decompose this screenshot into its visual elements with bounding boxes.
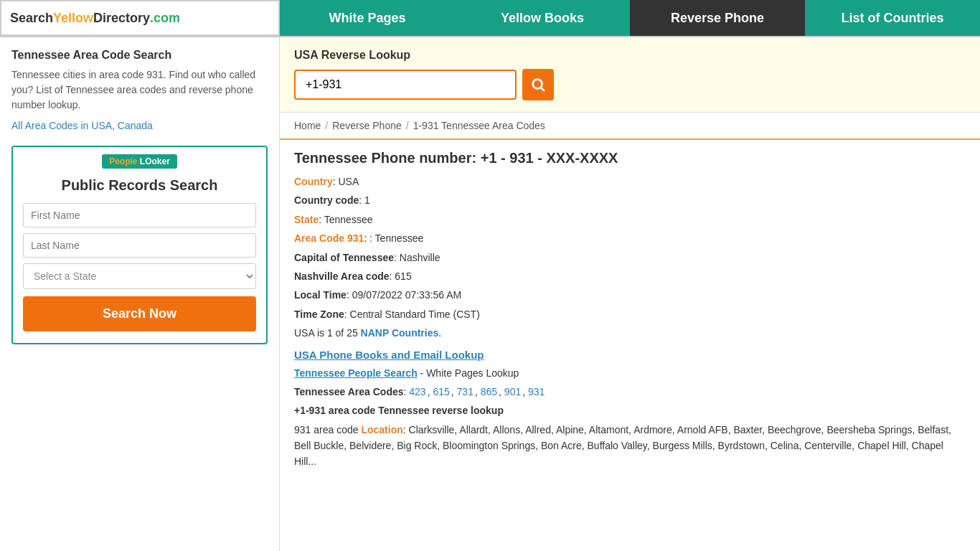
- area-code-row: Area Code 931: : Tennessee: [294, 230, 966, 246]
- people-looker-widget: People LOoker Public Records Search Sele…: [11, 146, 268, 344]
- breadcrumb-home[interactable]: Home: [294, 120, 321, 131]
- phone-number: : +1 - 931 - XXX-XXXX: [471, 150, 618, 166]
- nanp-text: USA is 1 of 25: [294, 327, 361, 339]
- country-code-value: : 1: [359, 194, 370, 206]
- nanp-countries-link[interactable]: NANP Countries: [361, 327, 439, 339]
- capital-value: : Nashville: [394, 252, 440, 263]
- nashville-ac-row: Nashville Area code: 615: [294, 268, 966, 284]
- local-time-label: Local Time: [294, 289, 347, 301]
- last-name-input[interactable]: [23, 233, 256, 258]
- reverse-lookup-box: USA Reverse Lookup: [280, 37, 980, 113]
- area-code-link-731[interactable]: 731: [457, 386, 473, 397]
- country-value: : USA: [333, 176, 359, 187]
- country-code-label: Country code: [294, 194, 359, 206]
- area-code-label: Area Code 931: [294, 232, 364, 244]
- main-layout: Tennessee Area Code Search Tennessee cit…: [0, 37, 980, 551]
- sidebar-description: Tennessee cities in area code 931. Find …: [11, 67, 268, 113]
- area-codes-label: Tennessee Area Codes: [294, 386, 404, 397]
- pl-badge: People LOoker: [102, 154, 177, 169]
- svg-line-1: [541, 88, 544, 90]
- capital-label: Capital of Tennessee: [294, 252, 394, 263]
- tennessee-search-row: Tennessee People Search - White Pages Lo…: [294, 365, 966, 381]
- state-select[interactable]: Select a StateAlabamaAlaskaArizonaArkans…: [23, 263, 256, 289]
- sidebar: Tennessee Area Code Search Tennessee cit…: [0, 37, 280, 551]
- location-label: Location: [361, 424, 402, 435]
- state-label: State: [294, 214, 319, 225]
- area-code-value: : Tennessee: [369, 232, 423, 244]
- info-content: Tennessee Phone number: +1 - 931 - XXX-X…: [280, 140, 980, 483]
- country-code-row: Country code: 1: [294, 192, 966, 208]
- logo-directory: Directory: [93, 11, 150, 26]
- nav-white-pages[interactable]: White Pages: [280, 0, 455, 36]
- area-code-colon: :: [364, 232, 369, 244]
- area-code-link-423[interactable]: 423: [409, 386, 425, 397]
- nanp-dot: .: [438, 327, 441, 339]
- phone-title-label: Tennessee Phone number: [294, 150, 471, 166]
- country-label: Country: [294, 176, 333, 187]
- logo-com: .com: [150, 11, 180, 26]
- nanp-row: USA is 1 of 25 NANP Countries.: [294, 325, 966, 341]
- breadcrumb-sep-1: /: [325, 120, 328, 131]
- timezone-value: : Central Standard Time (CST): [344, 309, 480, 320]
- local-time-value: : 09/07/2022 07:33:56 AM: [347, 289, 461, 301]
- reverse-lookup-label: +1-931 area code Tennessee reverse looku…: [294, 405, 504, 416]
- phone-title: Tennessee Phone number: +1 - 931 - XXX-X…: [294, 150, 966, 166]
- pl-badge-looker: LOoker: [140, 156, 170, 166]
- first-name-input[interactable]: [23, 203, 256, 227]
- site-logo[interactable]: SearchYellowDirectory.com: [0, 0, 280, 36]
- nashville-ac-label: Nashville Area code: [294, 270, 390, 282]
- area-code-link-865[interactable]: 865: [481, 386, 497, 397]
- breadcrumb: Home / Reverse Phone / 1-931 Tennessee A…: [280, 113, 980, 140]
- header-nav: SearchYellowDirectory.com White Pages Ye…: [0, 0, 980, 37]
- state-row: State: Tennessee: [294, 212, 966, 227]
- nav-yellow-books[interactable]: Yellow Books: [455, 0, 630, 36]
- sidebar-title: Tennessee Area Code Search: [11, 49, 268, 62]
- country-row: Country: USA: [294, 174, 966, 189]
- timezone-row: Time Zone: Central Standard Time (CST): [294, 306, 966, 322]
- area-code-link-615[interactable]: 615: [433, 386, 449, 397]
- nashville-ac-value: : 615: [390, 270, 412, 282]
- local-time-row: Local Time: 09/07/2022 07:33:56 AM: [294, 287, 966, 303]
- search-now-button[interactable]: Search Now: [23, 296, 256, 331]
- search-icon: [530, 77, 546, 93]
- breadcrumb-sep-2: /: [406, 120, 409, 131]
- timezone-label: Time Zone: [294, 309, 344, 320]
- capital-row: Capital of Tennessee: Nashville: [294, 250, 966, 265]
- reverse-lookup-label-row: +1-931 area code Tennessee reverse looku…: [294, 402, 966, 418]
- pl-title: Public Records Search: [23, 176, 256, 194]
- tennessee-search-suffix: - White Pages Lookup: [418, 367, 519, 379]
- location-row: 931 area code Location: Clarksville, All…: [294, 422, 966, 470]
- usa-phone-books-link[interactable]: USA Phone Books and Email Lookup: [294, 349, 966, 361]
- location-prefix: 931 area code: [294, 424, 361, 435]
- pl-badge-people: People: [109, 156, 137, 166]
- reverse-phone-input[interactable]: [294, 70, 517, 100]
- all-area-codes-link[interactable]: All Area Codes in USA, Canada: [11, 120, 153, 131]
- logo-search: Search: [10, 11, 53, 26]
- tennessee-search-link[interactable]: Tennessee People Search: [294, 367, 418, 379]
- reverse-lookup-title: USA Reverse Lookup: [294, 49, 966, 62]
- state-value: : Tennessee: [319, 214, 372, 225]
- reverse-lookup-form: [294, 69, 966, 100]
- right-content: USA Reverse Lookup Home / Reverse Phone …: [280, 37, 980, 551]
- area-code-link-931[interactable]: 931: [528, 386, 545, 397]
- logo-yellow: Yellow: [53, 11, 93, 26]
- area-codes-row: Tennessee Area Codes: 423, 615, 731, 865…: [294, 384, 966, 400]
- area-code-link-901[interactable]: 901: [504, 386, 521, 397]
- nav-list-countries[interactable]: List of Countries: [805, 0, 980, 36]
- reverse-search-button[interactable]: [522, 69, 554, 100]
- nav-reverse-phone[interactable]: Reverse Phone: [630, 0, 805, 36]
- breadcrumb-current: 1-931 Tennessee Area Codes: [413, 120, 545, 131]
- breadcrumb-reverse-phone[interactable]: Reverse Phone: [332, 120, 402, 131]
